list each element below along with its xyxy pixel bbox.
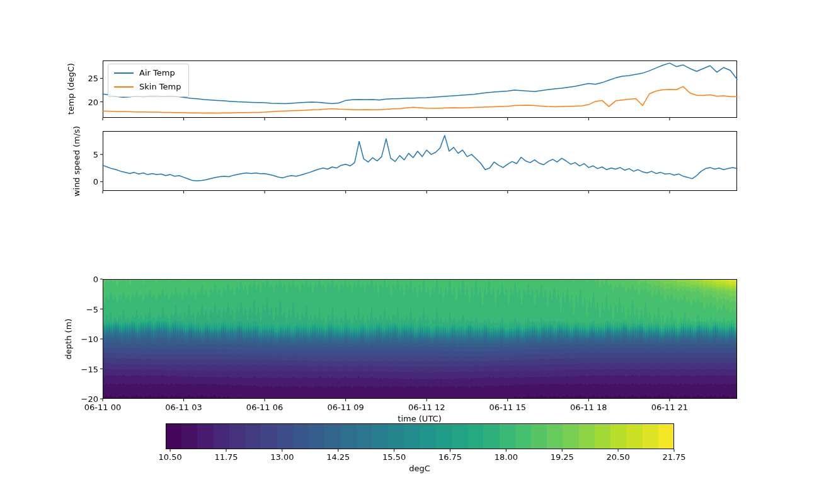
colorbar-tick-label: 13.00 [270, 453, 294, 461]
plot3-ytick-label: −10 [81, 335, 98, 343]
legend-entry-air-temp: Air Temp [114, 69, 181, 77]
time-xtick-label: 06-11 00 [84, 403, 121, 411]
skin-temp-legend-label: Skin Temp [139, 83, 181, 91]
colorbar-tick-label: 19.25 [551, 453, 574, 461]
time-xtick-label: 06-11 06 [246, 403, 283, 411]
plot1-ytick-label: 20 [88, 98, 98, 106]
air-temp-line-swatch [114, 72, 134, 74]
colorbar-tick-label: 10.50 [159, 453, 182, 461]
plot2-ytick-label: 5 [93, 151, 98, 159]
wind-axis-ylabel: wind speed (m/s) [72, 126, 81, 197]
plot1-ytick-label: 25 [88, 74, 98, 83]
time-xtick-label: 06-11 21 [651, 403, 688, 411]
colorbar-tick-label: 11.75 [214, 453, 238, 461]
skin-temp-line [103, 86, 737, 113]
wind-speed-line [103, 135, 737, 181]
colorbar-tick-label: 16.75 [438, 453, 462, 461]
colorbar-tick-label: 14.25 [326, 453, 350, 461]
time-xtick-label: 06-11 09 [327, 403, 364, 411]
plot2-spine [103, 132, 737, 191]
legend-box: Air Temp Skin Temp [108, 64, 189, 97]
plot3-ytick-label: −15 [81, 365, 98, 373]
plot3-ytick-label: −20 [81, 395, 98, 403]
plot2-ytick-label: 0 [93, 178, 98, 186]
colorbar-label: degC [409, 464, 430, 472]
depth-axis-ylabel: depth (m) [64, 319, 72, 360]
plot3-ytick-label: −5 [86, 305, 98, 313]
colorbar-tick-label: 15.50 [382, 453, 406, 461]
time-xtick-label: 06-11 18 [570, 403, 607, 411]
colorbar-canvas [166, 423, 674, 449]
legend-entry-skin-temp: Skin Temp [114, 83, 181, 91]
skin-temp-line-swatch [114, 86, 134, 88]
colorbar-tick-label: 20.50 [607, 453, 630, 461]
air-temp-legend-label: Air Temp [139, 69, 175, 77]
time-xtick-label: 06-11 03 [165, 403, 202, 411]
time-axis-xlabel: time (UTC) [398, 415, 441, 423]
colorbar-tick-label: 21.75 [662, 453, 685, 461]
plot3-ytick-label: 0 [93, 275, 98, 284]
time-xtick-label: 06-11 12 [408, 403, 445, 411]
colorbar-tick-label: 18.00 [495, 453, 518, 461]
time-xtick-label: 06-11 15 [490, 403, 526, 411]
figure: Air Temp Skin Temp temp (degC) wind spee… [0, 0, 819, 504]
heatmap-canvas [103, 279, 737, 399]
air-temp-line [103, 63, 737, 104]
plot1-spine [103, 61, 737, 118]
temp-axis-ylabel: temp (degC) [67, 63, 75, 115]
